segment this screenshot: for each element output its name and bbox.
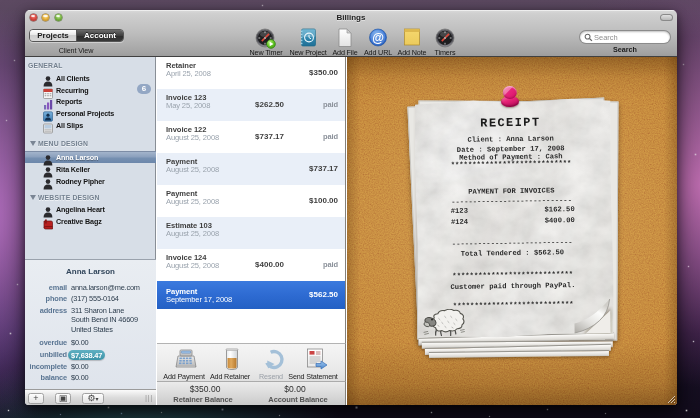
svg-text:@: @ bbox=[372, 31, 384, 45]
